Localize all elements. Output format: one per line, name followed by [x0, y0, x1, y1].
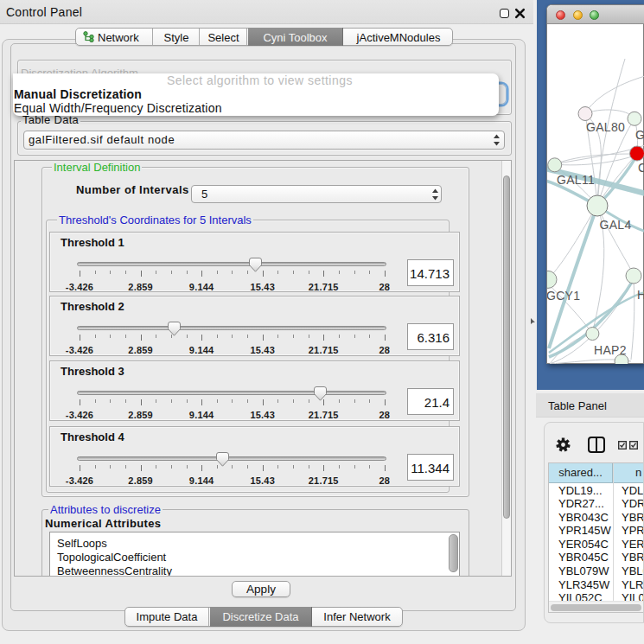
svg-text:HAP2: HAP2 [594, 343, 627, 357]
svg-text:GA: GA [635, 128, 644, 142]
svg-text:GCY1: GCY1 [547, 289, 580, 303]
svg-text:H: H [637, 288, 644, 302]
svg-text:C: C [638, 161, 644, 175]
svg-text:GAL11: GAL11 [557, 173, 595, 187]
svg-text:GAL4: GAL4 [600, 218, 632, 232]
svg-text:GAL80: GAL80 [586, 120, 625, 134]
